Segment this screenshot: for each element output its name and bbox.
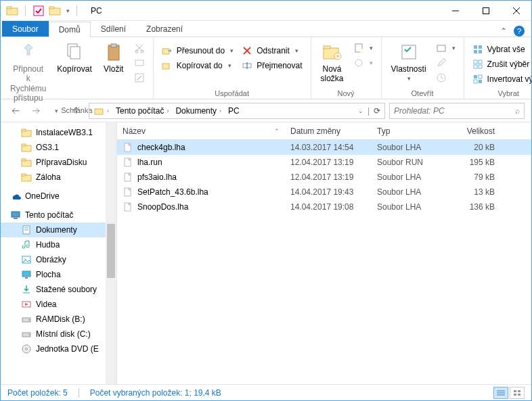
qat-dropdown-icon[interactable]: ▾	[66, 7, 70, 14]
delete-button[interactable]: Odstranit▾	[239, 44, 305, 57]
breadcrumb[interactable]: › Tento počítač› Dokumenty› PC ⌄ | ⟳	[89, 103, 385, 119]
svg-rect-58	[22, 271, 30, 277]
col-type[interactable]: Typ	[372, 126, 446, 136]
sort-asc-icon: ⌃	[274, 128, 280, 135]
svg-rect-33	[479, 50, 482, 53]
delete-icon	[242, 45, 252, 56]
easy-access-button[interactable]: ▾	[351, 56, 376, 70]
pin-quickaccess-button[interactable]: Připnout k Rychlému přístupu	[6, 40, 50, 105]
breadcrumb-seg[interactable]: Dokumenty›	[173, 106, 224, 116]
cut-button[interactable]	[131, 41, 148, 55]
select-none-button[interactable]: Zrušit výběr	[470, 57, 532, 71]
view-icons-button[interactable]	[510, 387, 525, 399]
breadcrumb-root[interactable]: ›	[91, 105, 112, 116]
collapse-ribbon-icon[interactable]: ⌃	[500, 26, 507, 36]
tree-item[interactable]: Jednotka DVD (E	[1, 341, 116, 356]
up-button[interactable]: 🡡	[68, 103, 85, 119]
open-icon	[436, 43, 447, 53]
close-button[interactable]	[501, 1, 531, 20]
svg-rect-1	[7, 7, 12, 9]
tree-scrollbar[interactable]	[106, 122, 116, 384]
svg-rect-37	[479, 65, 482, 68]
copy-button[interactable]: Kopírovat	[53, 40, 95, 75]
newitem-icon	[353, 43, 364, 53]
file-row[interactable]: SnoopDos.lha14.04.2017 19:08Soubor LHA13…	[117, 199, 531, 214]
open-button[interactable]: ▾	[433, 41, 458, 55]
svg-rect-10	[70, 47, 80, 59]
invert-selection-button[interactable]: Invertovat výběr	[470, 72, 532, 86]
history-button[interactable]	[433, 71, 458, 85]
select-all-icon	[472, 44, 483, 55]
breadcrumb-seg[interactable]: Tento počítač›	[113, 106, 171, 116]
breadcrumb-dropdown-icon[interactable]: ⌄	[358, 108, 363, 114]
search-box[interactable]: ⌕	[389, 103, 525, 119]
ribbon-tabs: Soubor Domů Sdílení Zobrazení ⌃ ?	[1, 21, 531, 37]
list-view: Název⌃ Datum změny Typ Velikost check4gb…	[117, 122, 531, 384]
tab-home[interactable]: Domů	[49, 22, 91, 37]
drive-icon	[21, 329, 32, 339]
tree-thispc[interactable]: Tento počítač	[1, 208, 116, 222]
svg-rect-18	[162, 64, 169, 69]
col-name[interactable]: Název⌃	[117, 126, 285, 136]
file-row[interactable]: check4gb.lha14.03.2017 14:54Soubor LHA20…	[117, 140, 531, 155]
col-date[interactable]: Datum změny	[285, 126, 372, 136]
minimize-button[interactable]	[440, 1, 470, 20]
tree-item[interactable]: Plocha	[1, 267, 116, 282]
copyto-icon	[162, 60, 173, 71]
folder-icon	[21, 127, 32, 138]
col-size[interactable]: Velikost	[446, 126, 500, 136]
svg-rect-28	[437, 45, 445, 51]
tree-item[interactable]: Hudba	[1, 237, 116, 252]
file-row[interactable]: pfs3aio.lha12.04.2017 13:19Soubor LHA79 …	[117, 170, 531, 185]
forward-button[interactable]: 🡢	[28, 103, 44, 119]
pictures-icon	[21, 254, 32, 265]
invert-icon	[472, 74, 483, 85]
edit-button[interactable]	[433, 56, 458, 70]
qat-checkbox-icon[interactable]	[32, 5, 45, 17]
ribbon: Připnout k Rychlému přístupu Kopírovat V…	[1, 37, 531, 99]
maximize-button[interactable]	[470, 1, 501, 20]
tree-onedrive[interactable]: OneDrive	[1, 189, 116, 204]
new-folder-icon	[322, 41, 343, 63]
new-item-button[interactable]: ▾	[351, 41, 376, 55]
rename-button[interactable]: Přejmenovat	[239, 59, 305, 72]
svg-rect-27	[402, 45, 416, 59]
tree-item[interactable]: Dokumenty	[1, 222, 116, 237]
tree-item[interactable]: Místní disk (C:)	[1, 327, 116, 341]
tree-item[interactable]: Videa	[1, 297, 116, 312]
search-input[interactable]	[394, 106, 515, 116]
paste-shortcut-button[interactable]	[131, 71, 148, 85]
tab-share[interactable]: Sdílení	[91, 21, 136, 37]
svg-rect-51	[12, 212, 20, 217]
tree-item[interactable]: PřípravaDisku	[1, 155, 116, 170]
status-bar: Počet položek: 5 Počet vybraných položek…	[1, 384, 531, 400]
file-row[interactable]: SetPatch_43.6b.lha14.04.2017 19:43Soubor…	[117, 185, 531, 199]
properties-button[interactable]: Vlastnosti ▾	[387, 40, 430, 84]
breadcrumb-seg[interactable]: PC	[225, 106, 242, 116]
svg-rect-22	[324, 46, 330, 49]
tab-view[interactable]: Zobrazení	[136, 21, 193, 37]
tree-item[interactable]: OS3.1	[1, 140, 116, 155]
back-button[interactable]: 🡠	[7, 103, 24, 119]
copy-to-button[interactable]: Kopírovat do▾	[159, 59, 236, 72]
svg-rect-17	[162, 49, 169, 54]
tree-item[interactable]: InstalaceWB3.1	[1, 125, 116, 140]
tree-item[interactable]: RAMDisk (B:)	[1, 312, 116, 327]
file-row[interactable]: lha.run12.04.2017 13:19Soubor RUN195 kB	[117, 155, 531, 170]
tree-item[interactable]: Záloha	[1, 170, 116, 185]
paste-button[interactable]: Vložit	[99, 40, 129, 75]
qat-folder-icon[interactable]	[49, 5, 61, 17]
svg-rect-36	[474, 65, 477, 68]
select-all-button[interactable]: Vybrat vše	[470, 43, 532, 56]
status-selected: Počet vybraných položek: 1; 19,4 kB	[90, 388, 221, 398]
move-to-button[interactable]: Přesunout do▾	[159, 44, 236, 57]
new-folder-button[interactable]: Nová složka	[317, 40, 348, 85]
help-icon[interactable]: ?	[514, 26, 525, 37]
view-details-button[interactable]	[493, 387, 508, 399]
tree-item[interactable]: Stažené soubory	[1, 282, 116, 297]
tab-file[interactable]: Soubor	[2, 21, 49, 37]
copy-path-button[interactable]	[131, 56, 148, 70]
tree-item[interactable]: Obrázky	[1, 252, 116, 267]
refresh-button[interactable]: ⟳	[374, 106, 380, 116]
recent-dropdown[interactable]: ▾	[48, 103, 64, 119]
